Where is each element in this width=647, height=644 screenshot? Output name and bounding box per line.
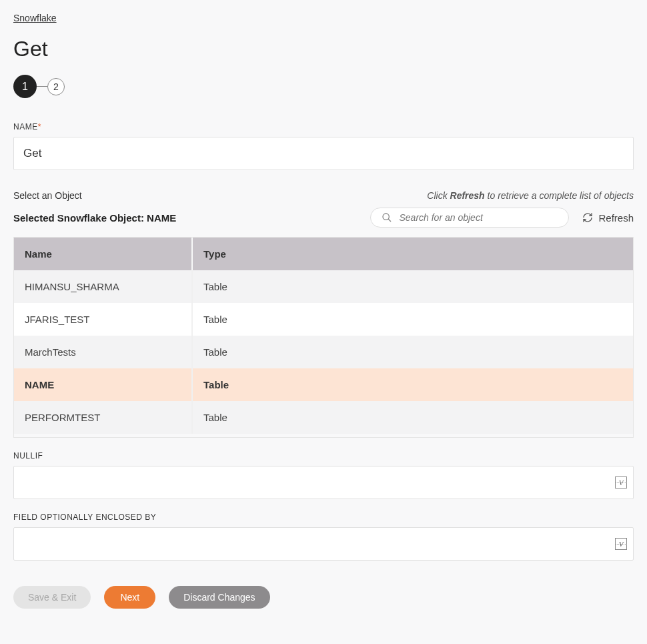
- variable-icon[interactable]: V: [615, 476, 627, 489]
- step-connector: [37, 86, 47, 87]
- selected-object: Selected Snowflake Object: NAME: [13, 212, 176, 224]
- cell-name: HIMANSU_SHARMA: [14, 270, 192, 303]
- refresh-label: Refresh: [598, 212, 634, 224]
- cell-type: Table: [192, 368, 633, 401]
- enclosed-label: FIELD OPTIONALLY ENCLOSED BY: [13, 513, 634, 522]
- svg-line-1: [388, 219, 391, 222]
- cell-name: MarchTests: [14, 336, 192, 368]
- name-label-text: NAME: [13, 122, 38, 131]
- select-object-label: Select an Object: [13, 190, 82, 201]
- page-title: Get: [13, 37, 634, 61]
- selected-value: NAME: [147, 212, 176, 224]
- name-input[interactable]: [13, 137, 634, 170]
- object-table: Name Type HIMANSU_SHARMATableJFARIS_TEST…: [13, 237, 634, 438]
- refresh-icon: [582, 212, 593, 223]
- step-indicator: 1 2: [13, 75, 634, 98]
- cell-name: JFARIS_TEST: [14, 303, 192, 336]
- selected-prefix: Selected Snowflake Object:: [13, 212, 147, 224]
- cell-type: Table: [192, 303, 633, 336]
- cell-name: NAME: [14, 368, 192, 401]
- breadcrumb-snowflake[interactable]: Snowflake: [13, 13, 57, 23]
- refresh-button[interactable]: Refresh: [582, 212, 634, 224]
- table-row[interactable]: HIMANSU_SHARMATable: [14, 270, 633, 303]
- step-1[interactable]: 1: [13, 75, 37, 98]
- cell-type: Table: [192, 336, 633, 368]
- enclosed-input[interactable]: [13, 527, 634, 561]
- refresh-hint: Click Refresh to retrieve a complete lis…: [427, 190, 634, 201]
- table-row[interactable]: NAMETable: [14, 368, 633, 401]
- next-button[interactable]: Next: [104, 586, 155, 609]
- table-row[interactable]: PERFORMTESTTable: [14, 401, 633, 434]
- table-row[interactable]: MarchTestsTable: [14, 336, 633, 368]
- hint-prefix: Click: [427, 190, 450, 201]
- nullif-label: NULLIF: [13, 451, 634, 460]
- discard-button[interactable]: Discard Changes: [169, 586, 269, 609]
- cell-type: Table: [192, 270, 633, 303]
- search-container: [370, 208, 569, 228]
- nullif-input[interactable]: [13, 466, 634, 499]
- search-input[interactable]: [399, 212, 558, 223]
- required-asterisk: *: [38, 122, 41, 131]
- col-header-type: Type: [192, 238, 633, 270]
- cell-name: PERFORMTEST: [14, 401, 192, 434]
- col-header-name: Name: [14, 238, 192, 270]
- svg-point-0: [383, 214, 389, 220]
- save-exit-button: Save & Exit: [13, 586, 91, 609]
- hint-suffix: to retrieve a complete list of objects: [485, 190, 634, 201]
- step-2[interactable]: 2: [47, 78, 65, 95]
- cell-type: Table: [192, 401, 633, 434]
- table-row[interactable]: JFARIS_TESTTable: [14, 303, 633, 336]
- hint-bold: Refresh: [450, 190, 485, 201]
- variable-icon[interactable]: V: [615, 538, 627, 550]
- search-icon: [382, 212, 392, 223]
- name-label: NAME*: [13, 122, 634, 131]
